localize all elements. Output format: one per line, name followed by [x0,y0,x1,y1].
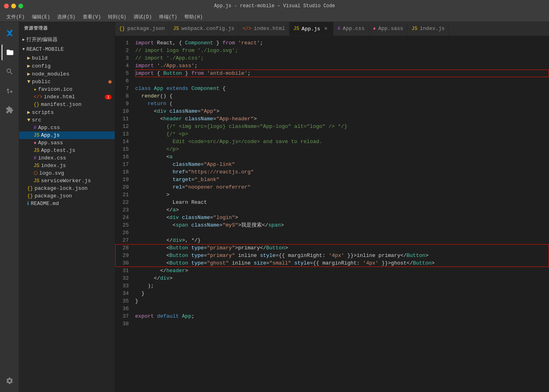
explorer-icon[interactable] [2,44,18,60]
line-content: // import logo from './logo.svg'; [135,47,549,54]
line-content: className="App-link" [135,161,549,168]
menu-selection[interactable]: 选择(S) [54,13,79,21]
code-line-7: 7 class App extends Component { [115,85,549,92]
minimize-button[interactable] [11,4,16,8]
line-number: 7 [115,85,135,92]
line-number: 32 [115,275,135,282]
line-content: <div className="App"> [135,107,549,115]
tab-label: App.sass [378,26,403,32]
sidebar-item-package-json[interactable]: {} package.json [19,192,115,200]
tab-package-json[interactable]: {} package.json [115,22,169,36]
line-content [135,229,549,237]
line-content: return ( [135,100,549,107]
folder-icon: ▶ [27,109,30,115]
folder-label: build [32,55,48,61]
extensions-icon[interactable] [2,102,18,118]
tab-app-css[interactable]: # App.css [333,22,369,36]
search-icon[interactable] [2,64,18,80]
tab-app-js[interactable]: JS App.js × [289,22,333,36]
tab-app-sass[interactable]: ♦ App.sass [369,22,408,36]
sidebar-item-favicon[interactable]: ★ favicon.ico [19,86,115,93]
line-content: {/* <img src={logo} className="App-logo"… [135,123,549,130]
sidebar-item-config[interactable]: ▶ config [19,62,115,70]
code-editor[interactable]: 1 import React, { Component } from 'reac… [115,36,549,392]
sidebar-item-src[interactable]: ▼ src [19,116,115,124]
sidebar-item-index-html[interactable]: </> index.html 1 [19,93,115,101]
settings-icon[interactable] [2,373,18,389]
line-number: 15 [115,145,135,153]
sidebar-item-scripts[interactable]: ▶ scripts [19,108,115,116]
line-content: target="_blank" [135,176,549,183]
code-line-8: 8 render() { [115,92,549,100]
sidebar-open-editors[interactable]: ▶ 打开的编辑器 [19,34,115,45]
tab-index-js[interactable]: JS index.js [407,22,449,36]
file-label: favicon.ico [38,86,72,92]
line-number: 23 [115,206,135,214]
line-content: Edit <code>src/App.js</code> and save to… [135,138,549,145]
code-line-37: 37 export default App; [115,312,549,320]
line-number: 33 [115,282,135,290]
sidebar-item-app-test-js[interactable]: JS App.test.js [19,147,115,154]
js-icon: JS [34,163,39,169]
menu-goto[interactable]: 转到(G) [105,13,130,21]
code-line-25: 25 <span className="myS">我是搜索</span> [115,221,549,229]
sidebar-item-app-css[interactable]: # App.css [19,124,115,131]
md-icon: ℹ [27,201,29,207]
sidebar-item-node-modules[interactable]: ▶ node_modules [19,70,115,78]
file-label: index.html [44,94,75,100]
file-label: README.md [31,201,59,207]
sidebar-item-logo-svg[interactable]: ⬡ logo.svg [19,169,115,177]
line-content: import { Button } from 'antd-mobile'; [135,70,549,77]
sidebar-item-build[interactable]: ▶ build [19,54,115,62]
source-control-icon[interactable] [2,83,18,99]
menu-bar: 文件(F) 编辑(E) 选择(S) 查看(V) 转到(G) 调试(D) 终端(T… [0,12,549,22]
tab-icon-js: JS [411,26,417,32]
folder-label: public [32,79,51,85]
sidebar-item-readme[interactable]: ℹ README.md [19,200,115,207]
tab-webpack-config[interactable]: JS webpack.config.js [169,22,239,36]
sidebar-item-index-js[interactable]: JS index.js [19,162,115,169]
menu-help[interactable]: 帮助(H) [181,13,206,21]
line-content [135,320,549,328]
code-line-28: 28 <Button type="primary">primary</Butto… [115,244,549,252]
sidebar-item-index-css[interactable]: # index.css [19,154,115,162]
code-line-34: 34 } [115,290,549,297]
editor-area: {} package.json JS webpack.config.js </>… [115,22,549,392]
line-content: > [135,191,549,199]
menu-debug[interactable]: 调试(D) [130,13,155,21]
tab-close-button[interactable]: × [323,26,329,32]
line-number: 12 [115,123,135,130]
menu-edit[interactable]: 编辑(E) [29,13,54,21]
menu-terminal[interactable]: 终端(T) [156,13,181,21]
code-line-5: 5 import { Button } from 'antd-mobile'; [115,70,549,77]
menu-file[interactable]: 文件(F) [3,13,28,21]
sidebar-item-app-sass[interactable]: ♦ App.sass [19,139,115,147]
code-line-2: 2 // import logo from './logo.svg'; [115,47,549,54]
tab-icon-json: {} [119,26,125,32]
file-label: logo.svg [39,170,64,176]
sidebar-item-public[interactable]: ▼ public [19,78,115,86]
line-content: <Button type="primary" inline style={{ m… [135,252,549,259]
file-label: App.test.js [41,147,75,153]
title-bar: App.js - react-mobile – Visual Studio Co… [0,0,549,12]
line-number: 19 [115,176,135,183]
tab-icon-html: </> [243,26,252,32]
menu-view[interactable]: 查看(V) [80,13,104,21]
sidebar-item-package-lock[interactable]: {} package-lock.json [19,185,115,192]
close-button[interactable] [4,4,9,8]
tab-label: App.css [343,26,365,32]
folder-icon: ▶ [27,71,30,77]
sidebar-item-app-js[interactable]: JS App.js [19,131,115,139]
code-line-24: 24 <div className="login"> [115,214,549,221]
maximize-button[interactable] [18,4,23,8]
highlighted-code-block: 28 <Button type="primary">primary</Butto… [115,244,549,267]
line-number: 36 [115,305,135,312]
line-number: 9 [115,100,135,107]
sidebar-root-folder[interactable]: ▼ REACT-MOBILE [19,45,115,54]
sidebar-item-manifest-json[interactable]: {} manifest.json [19,101,115,108]
sidebar-item-service-worker[interactable]: JS serviceWorker.js [19,177,115,185]
line-content: </header> [135,267,549,275]
line-number: 16 [115,153,135,161]
tab-index-html[interactable]: </> index.html [239,22,289,36]
line-content: import React, { Component } from 'react'… [135,39,549,47]
